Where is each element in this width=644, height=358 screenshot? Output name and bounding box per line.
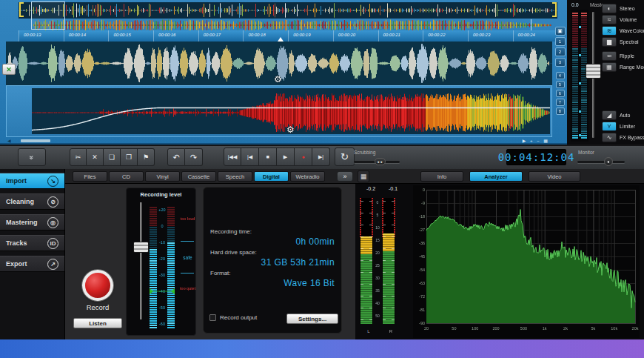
undo-button[interactable]: ↶	[167, 148, 185, 166]
listen-button[interactable]: Listen	[73, 318, 122, 328]
zoom-preset-button[interactable]: 2	[555, 47, 566, 56]
tab-digital[interactable]: Digital	[254, 171, 289, 182]
panel-grid-button[interactable]: ▦	[358, 170, 369, 182]
fx-bypass-button[interactable]: ∿	[602, 133, 617, 142]
double-arrow-icon: »	[343, 173, 346, 180]
track1-settings-gear-icon[interactable]: ⚙	[274, 75, 282, 84]
tab-label: Files	[84, 173, 96, 180]
master-button-label: FX Bypass	[620, 135, 644, 140]
tab-speech[interactable]: Speech	[218, 171, 252, 182]
marker-button[interactable]: ⚑	[138, 148, 155, 166]
scrollbar-handle[interactable]	[21, 139, 50, 142]
record-output-row: Record output	[209, 314, 257, 321]
sidebar-item-tracks[interactable]: Tracks ID	[0, 235, 64, 251]
speaker-icon: ◄	[606, 159, 611, 164]
master-fader-handle[interactable]	[586, 64, 601, 79]
wavecolor-button[interactable]: ≋	[602, 26, 617, 36]
track2-audio-object[interactable]: ⚙	[6, 85, 552, 137]
stop-icon: ■	[266, 154, 269, 159]
navigation-sidebar: Import ↘ Cleaning ⊘ Mastering ◎ Tracks I…	[0, 169, 65, 339]
tab-webradio[interactable]: Webradio	[290, 171, 325, 182]
selection-mode-button[interactable]: ▣	[555, 27, 566, 36]
redo-button[interactable]: ↷	[185, 148, 203, 166]
arrangement-overview[interactable]	[19, 2, 557, 19]
track-fx-chip[interactable]: ✕	[2, 64, 16, 75]
volume-button[interactable]: ≈	[602, 15, 617, 24]
previous-button[interactable]: |◀	[241, 147, 259, 166]
tab-info[interactable]: Info	[420, 171, 463, 182]
tab-vinyl[interactable]: Vinyl	[145, 171, 180, 182]
scroll-left-arrow-icon[interactable]: ◀	[7, 138, 11, 143]
tab-video[interactable]: Video	[529, 171, 580, 182]
copy-button[interactable]: ❏	[104, 148, 121, 166]
stop-button[interactable]: ■	[259, 147, 277, 166]
master-button-row: ▆ Spectral	[602, 37, 644, 47]
tab-analyzer[interactable]: Analyzer	[469, 171, 523, 182]
zoom-preset-button[interactable]: 1	[555, 37, 566, 46]
auto-button[interactable]: ◢	[602, 110, 617, 120]
monitor-slider[interactable]: ◄	[577, 159, 625, 165]
fx-bypass-icon: ∿	[607, 134, 612, 141]
play-button[interactable]: ▶	[277, 147, 295, 166]
range-mode-icon: ▦	[606, 64, 612, 70]
record-transport-button[interactable]: ●	[295, 147, 312, 166]
sidebar-item-mastering[interactable]: Mastering ◎	[0, 214, 64, 231]
next-button[interactable]: ▶|	[312, 147, 330, 166]
master-panel: 0.0 Master ◐ Stereo ≈ Volume ≋ WaveColor	[567, 0, 644, 145]
selection-start-marker[interactable]	[19, 2, 24, 17]
paste-button[interactable]: ❐	[121, 148, 138, 166]
scrubbing-slider-thumb[interactable]: ●●	[375, 158, 386, 165]
overview-waveform-canvas[interactable]	[19, 2, 557, 19]
tab-cassette[interactable]: Cassette	[181, 171, 216, 182]
recording-level-fader-handle[interactable]	[133, 242, 149, 253]
spectral-button[interactable]: ▆	[602, 37, 617, 47]
tab-files[interactable]: Files	[73, 171, 107, 182]
zoom-controls-icons[interactable]: ▶ + − ▦	[523, 138, 549, 143]
record-button[interactable]	[82, 270, 113, 301]
cut-button[interactable]: ✂	[70, 148, 87, 166]
double-chevron-icon: »	[28, 155, 36, 159]
spectral-overview-canvas[interactable]	[33, 19, 551, 30]
range-mode-button[interactable]: ▦	[602, 62, 617, 72]
limiter-button[interactable]: Y	[602, 122, 617, 131]
monitor-speaker-thumb[interactable]: ◄	[604, 157, 613, 166]
ripple-button[interactable]: ∞	[602, 51, 617, 61]
tab-cd[interactable]: CD	[109, 171, 144, 182]
sidebar-item-import[interactable]: Import ↘	[0, 173, 64, 189]
loop-button[interactable]: ↻	[335, 147, 355, 166]
playhead-marker[interactable]	[278, 37, 284, 42]
sidebar-item-cleaning[interactable]: Cleaning ⊘	[0, 193, 64, 210]
ruler-timestamp: 00:00:22	[423, 30, 468, 42]
sidebar-item-label: Cleaning	[6, 198, 34, 205]
zoom-preset-button[interactable]: 3	[555, 58, 566, 67]
spectral-overview[interactable]	[33, 19, 551, 30]
track2-settings-gear-icon[interactable]: ⚙	[286, 125, 295, 134]
delete-button[interactable]: ✕	[87, 148, 104, 166]
timeline-ruler[interactable]: 00:00:1300:00:1400:00:1500:00:1600:00:17…	[19, 30, 558, 42]
scrubbing-slider[interactable]: ●●	[354, 159, 400, 165]
spectral-icon: ▆	[607, 39, 611, 45]
zoom-preset-button[interactable]: 8	[556, 107, 565, 115]
settings-button[interactable]: Settings...	[286, 314, 338, 324]
zoom-preset-button[interactable]: 7	[556, 99, 565, 106]
more-tabs-button[interactable]: »	[337, 171, 353, 182]
zoom-preset-button[interactable]: 6	[556, 90, 565, 97]
collapse-button[interactable]: »	[18, 148, 46, 166]
tracks-icon: ID	[47, 238, 58, 249]
overview-view-rectangle[interactable]	[31, 1, 65, 30]
master-button-row: ∞ Ripple	[602, 51, 644, 61]
stereo-button[interactable]: ◐	[602, 4, 617, 13]
zoom-preset-button[interactable]: 5	[556, 81, 565, 88]
info-row: Recording time: 0h 00min	[204, 228, 341, 247]
scissors-icon: ✂	[76, 153, 81, 161]
horizontal-scrollbar[interactable]: ◀ ▶ + − ▦	[6, 138, 552, 144]
record-output-checkbox[interactable]	[209, 314, 216, 321]
audio-editor-app: 00:00:1300:00:1400:00:1500:00:1600:00:17…	[0, 0, 644, 358]
sidebar-item-export[interactable]: Export ↗	[0, 256, 64, 272]
analyzer-panel: -0.2 -0.1 L R	[355, 184, 644, 339]
spectrum-analyzer-chart	[413, 185, 640, 338]
bottom-gradient-bar	[0, 339, 644, 358]
zoom-preset-button[interactable]: 4	[556, 72, 565, 79]
skip-to-start-button[interactable]: |◀◀	[224, 147, 241, 166]
tab-label: CD	[122, 173, 130, 180]
